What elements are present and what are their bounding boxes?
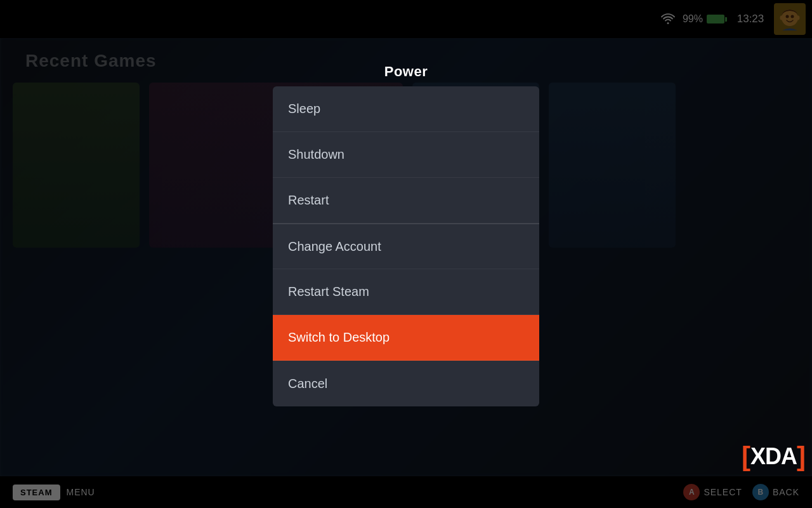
menu-item-cancel-label: Cancel	[288, 377, 327, 391]
menu-item-restart-label: Restart	[288, 193, 329, 208]
menu-item-sleep[interactable]: Sleep	[273, 86, 539, 132]
menu-item-switch-desktop[interactable]: Switch to Desktop	[273, 315, 539, 361]
menu-item-restart-steam-label: Restart Steam	[288, 284, 369, 299]
menu-item-restart-steam[interactable]: Restart Steam	[273, 269, 539, 315]
power-dialog-title: Power	[273, 64, 539, 80]
xda-text: XDA	[750, 443, 797, 470]
menu-item-change-account-label: Change Account	[288, 239, 381, 254]
menu-item-cancel[interactable]: Cancel	[273, 361, 539, 406]
power-menu-list: Sleep Shutdown Restart Change Account Re…	[273, 86, 539, 406]
xda-logo: [ XDA ]	[742, 443, 806, 470]
power-dialog: Power Sleep Shutdown Restart Change Acco…	[273, 64, 539, 406]
menu-item-shutdown-label: Shutdown	[288, 147, 344, 162]
menu-item-change-account[interactable]: Change Account	[273, 224, 539, 269]
menu-item-restart[interactable]: Restart	[273, 178, 539, 224]
xda-bracket-left: [	[742, 443, 750, 470]
xda-bracket-right: ]	[797, 443, 806, 470]
menu-item-shutdown[interactable]: Shutdown	[273, 132, 539, 178]
menu-item-switch-desktop-label: Switch to Desktop	[288, 330, 390, 345]
menu-item-sleep-label: Sleep	[288, 102, 320, 116]
